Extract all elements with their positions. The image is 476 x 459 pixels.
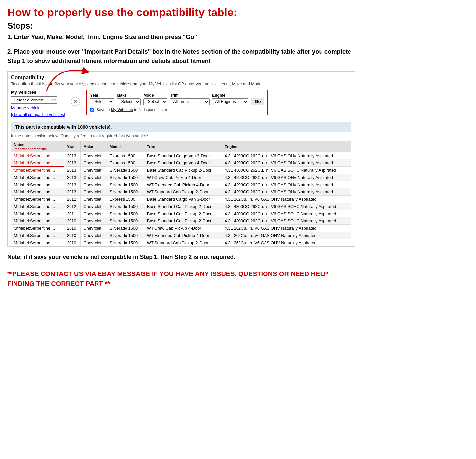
model-col: Model -Select- xyxy=(143,93,167,105)
save-row: Save to My Vehicles to finds parts faste… xyxy=(90,107,264,112)
year-cell: 2010 xyxy=(64,217,81,225)
model-cell: Silverado 1500 xyxy=(107,181,144,188)
col-notes: Notes Important part details xyxy=(11,141,64,152)
show-all-link[interactable]: [show all compatible vehicles] xyxy=(11,112,65,117)
make-select[interactable]: -Select- xyxy=(117,98,141,105)
table-row: Mfrlabel:Serpentine ... 2013 Chevrolet S… xyxy=(11,181,351,188)
year-cell: 2013 xyxy=(64,188,81,196)
trim-cell: Base Standard Cab Pickup 2-Door xyxy=(144,203,222,210)
engine-cell: 4.3L 4293CC 262Cu. In. V6 GAS OHV Natura… xyxy=(222,152,351,159)
model-cell: Silverado 1500 xyxy=(107,203,144,210)
make-cell: Chevrolet xyxy=(81,196,107,203)
engine-cell: 4.3L 4293CC 262Cu. In. V6 GAS OHV Natura… xyxy=(222,159,351,167)
year-cell: 2013 xyxy=(64,152,81,159)
make-cell: Chevrolet xyxy=(81,188,107,196)
engine-cell: 4.3L 4300CC 262Cu. In. V6 GAS SOHC Natur… xyxy=(222,217,351,225)
model-cell: Silverado 1500 xyxy=(107,188,144,196)
notes-cell: Mfrlabel:Serpentine ... xyxy=(11,174,64,181)
notes-cell: Mfrlabel:Serpentine ... xyxy=(11,239,64,246)
year-cell: 2013 xyxy=(64,174,81,181)
model-cell: Silverado 1500 xyxy=(107,210,144,217)
notes-cell: Mfrlabel:Serpentine ... xyxy=(11,217,64,225)
table-row: Mfrlabel:Serpentine ... 2012 Chevrolet S… xyxy=(11,203,351,210)
my-vehicles-panel: My Vehicles Select a vehicle Manage vehi… xyxy=(11,90,65,117)
or-divider: or xyxy=(71,97,80,106)
compat-table: Notes Important part details Year Make M… xyxy=(11,141,351,246)
manage-vehicles-link[interactable]: Manage vehicles xyxy=(11,105,65,110)
make-cell: Chevrolet xyxy=(81,225,107,232)
trim-cell: WT Standard Cab Pickup 2-Door xyxy=(144,188,222,196)
col-model: Model xyxy=(107,141,144,152)
engine-label: Engine xyxy=(212,93,248,98)
model-cell: Silverado 1500 xyxy=(107,217,144,225)
select-vehicle-dropdown[interactable]: Select a vehicle xyxy=(11,96,57,104)
make-cell: Chevrolet xyxy=(81,174,107,181)
make-label: Make xyxy=(117,93,141,98)
table-row: Mfrlabel:Serpentine ... 2010 Chevrolet S… xyxy=(11,217,351,225)
compat-subtitle: To confirm that this part fits your vehi… xyxy=(11,82,351,86)
table-row: Mfrlabel:Serpentine ... 2010 Chevrolet S… xyxy=(11,225,351,232)
trim-col: Trim All Trims xyxy=(170,93,210,105)
table-row: Mfrlabel:Serpentine ... 2010 Chevrolet S… xyxy=(11,239,351,246)
save-checkbox[interactable] xyxy=(90,108,94,112)
col-engine: Engine xyxy=(222,141,351,152)
engine-cell: 4.3L 4300CC 262Cu. In. V6 GAS SOHC Natur… xyxy=(222,210,351,217)
trim-cell: Base Standard Cargo Van 3-Door xyxy=(144,152,222,159)
year-cell: 2013 xyxy=(64,181,81,188)
trim-cell: Base Standard Cargo Van 4-Door xyxy=(144,159,222,167)
model-cell: Express 1500 xyxy=(107,159,144,167)
quantity-note: In the notes section below, Quantity ref… xyxy=(11,134,351,138)
engine-cell: 4.3L 4293CC 262Cu. In. V6 GAS OHV Natura… xyxy=(222,181,351,188)
make-cell: Chevrolet xyxy=(81,203,107,210)
save-text: Save to My Vehicles to finds parts faste… xyxy=(97,107,167,112)
note-section: Note: if it says your vehicle is not com… xyxy=(7,253,355,261)
trim-cell: WT Crew Cab Pickup 4-Door xyxy=(144,225,222,232)
model-cell: Silverado 1500 xyxy=(107,174,144,181)
notes-cell: Mfrlabel:Serpentine .... xyxy=(11,152,64,159)
table-row: Mfrlabel:Serpentine ... 2013 Chevrolet S… xyxy=(11,174,351,181)
main-title: How to properly use the compatibility ta… xyxy=(7,6,355,19)
make-cell: Chevrolet xyxy=(81,167,107,174)
compatibility-section: Compatibility To confirm that this part … xyxy=(7,71,355,247)
model-cell: Silverado 1500 xyxy=(107,239,144,246)
model-cell: Silverado 1500 xyxy=(107,232,144,239)
model-cell: Express 1500 xyxy=(107,152,144,159)
trim-cell: Base Standard Cab Pickup 2-Door xyxy=(144,167,222,174)
model-select[interactable]: -Select- xyxy=(143,98,167,105)
col-trim: Trim xyxy=(144,141,222,152)
compat-count: This part is compatible with 1000 vehicl… xyxy=(11,122,351,132)
notes-cell: Mfrlabel:Serpentine ... xyxy=(11,210,64,217)
go-button[interactable]: Go xyxy=(251,98,264,105)
year-cell: 2012 xyxy=(64,203,81,210)
table-row: Mfrlabel:Serpentine ... 2011 Chevrolet S… xyxy=(11,210,351,217)
engine-cell: 4.3L 262Cu. In. V6 GAS OHV Naturally Asp… xyxy=(222,239,351,246)
engine-cell: 4.3L 4300CC 262Cu. In. V6 GAS SOHC Natur… xyxy=(222,203,351,210)
table-row: Mfrlabel:Serpentine ... 2012 Chevrolet E… xyxy=(11,196,351,203)
year-cell: 2013 xyxy=(64,167,81,174)
make-col: Make -Select- xyxy=(117,93,141,105)
model-cell: Express 1500 xyxy=(107,196,144,203)
trim-label: Trim xyxy=(170,93,210,98)
year-label: Year xyxy=(90,93,114,98)
engine-select[interactable]: All Engines xyxy=(212,98,248,105)
engine-cell: 4.3L 262Cu. In. V6 GAS OHV Naturally Asp… xyxy=(222,225,351,232)
model-cell: Silverado 1500 xyxy=(107,167,144,174)
make-cell: Chevrolet xyxy=(81,159,107,167)
step2-text: 2. Place your mouse over "Important Part… xyxy=(7,47,355,65)
year-cell: 2012 xyxy=(64,196,81,203)
make-cell: Chevrolet xyxy=(81,232,107,239)
notes-cell: Mfrlabel:Serpentine ... xyxy=(11,167,64,174)
notes-cell: Mfrlabel:Serpentine ... xyxy=(11,181,64,188)
year-cell: 2013 xyxy=(64,159,81,167)
model-cell: Silverado 1500 xyxy=(107,225,144,232)
year-select[interactable]: -Select- xyxy=(90,98,114,105)
notes-subheader: Important part details xyxy=(14,147,47,151)
notes-cell: Mfrlabel:Serpentine ... xyxy=(11,232,64,239)
engine-cell: 4.3L 262Cu. In. V6 GAS OHV Naturally Asp… xyxy=(222,232,351,239)
trim-cell: Base Standard Cab Pickup 2-Door xyxy=(144,210,222,217)
trim-cell: Base Standard Cargo Van 3-Door xyxy=(144,196,222,203)
contact-section: **PLEASE CONTACT US VIA EBAY MESSAGE IF … xyxy=(7,269,355,289)
trim-select[interactable]: All Trims xyxy=(170,98,210,105)
col-make: Make xyxy=(81,141,107,152)
trim-cell: WT Extended Cab Pickup 4-Door xyxy=(144,181,222,188)
